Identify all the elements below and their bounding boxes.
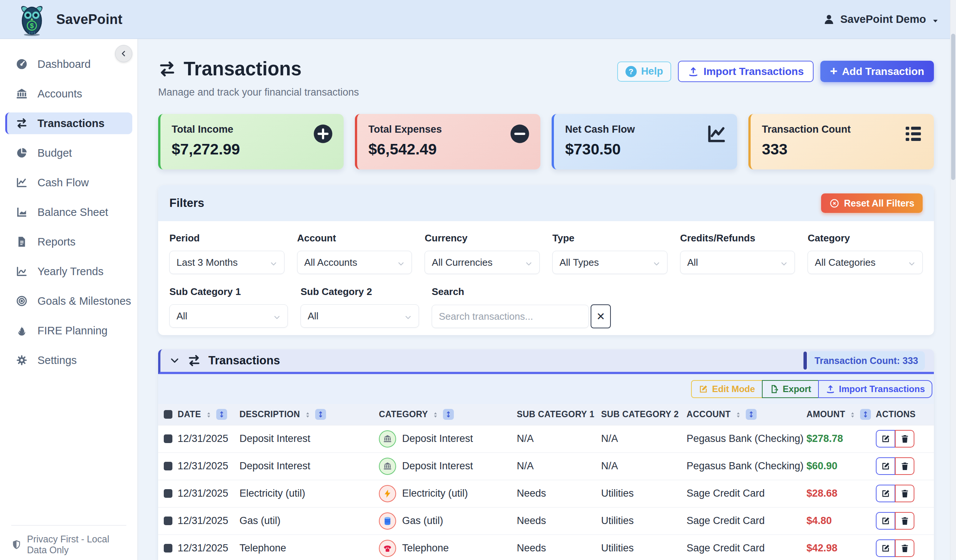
import-transactions-button-table[interactable]: Import Transactions — [818, 380, 932, 398]
delete-row-button[interactable] — [895, 484, 914, 502]
sidebar-item-dashboard[interactable]: Dashboard — [5, 53, 132, 75]
sidebar-item-transactions[interactable]: Transactions — [5, 112, 132, 134]
card-value: $7,272.99 — [171, 140, 332, 158]
cell-date: 12/31/2025 — [178, 480, 239, 507]
select-all-checkbox[interactable] — [164, 410, 172, 419]
edit-row-button[interactable] — [876, 484, 895, 502]
sidebar-item-label: Transactions — [38, 117, 105, 130]
column-header-amount[interactable]: AMOUNT — [807, 404, 876, 425]
account-select[interactable]: All Accounts — [297, 251, 412, 274]
import-transactions-button[interactable]: Import Transactions — [678, 61, 814, 82]
cell-amount: $4.80 — [807, 507, 876, 535]
card-label: Transaction Count — [762, 124, 923, 135]
sidebar-item-fire-planning[interactable]: FIRE Planning — [5, 320, 132, 341]
delete-row-button[interactable] — [895, 540, 914, 557]
delete-row-button[interactable] — [895, 457, 914, 475]
sub-category-1-select[interactable]: All — [170, 304, 288, 327]
column-header-description[interactable]: DESCRIPTION — [239, 404, 379, 425]
sidebar-item-accounts[interactable]: Accounts — [5, 83, 132, 105]
row-checkbox[interactable] — [164, 544, 172, 552]
column-filter-icon[interactable] — [315, 409, 326, 420]
cell-account: Sage Credit Card — [687, 480, 807, 507]
cell-sub-category-1: Needs — [517, 480, 601, 507]
edit-icon — [698, 384, 708, 394]
currency-select[interactable]: All Currencies — [425, 251, 540, 274]
sort-icon[interactable] — [304, 411, 311, 418]
column-filter-icon[interactable] — [746, 409, 756, 420]
bank-building-icon — [379, 458, 396, 475]
edit-row-button[interactable] — [876, 430, 895, 448]
reset-all-filters-button[interactable]: Reset All Filters — [821, 193, 923, 213]
user-menu[interactable]: SavePoint Demo — [823, 13, 940, 25]
owl-logo-icon: $ — [16, 3, 47, 36]
clear-search-button[interactable]: ✕ — [591, 304, 611, 328]
sidebar-item-budget[interactable]: Budget — [5, 142, 132, 164]
cell-actions — [876, 452, 934, 480]
caret-down-icon — [931, 16, 940, 24]
add-transaction-button[interactable]: + Add Transaction — [820, 61, 934, 82]
sidebar-item-label: Cash Flow — [38, 176, 89, 189]
chevron-down-icon[interactable] — [170, 356, 180, 366]
column-filter-icon[interactable] — [860, 409, 871, 420]
sidebar-item-yearly-trends[interactable]: Yearly Trends — [5, 261, 132, 282]
column-filter-icon[interactable] — [216, 409, 227, 420]
cell-amount: $42.98 — [807, 535, 876, 560]
type-select[interactable]: All Types — [552, 251, 667, 274]
sidebar-item-reports[interactable]: Reports — [5, 231, 132, 253]
cell-actions — [876, 425, 934, 452]
search-input[interactable] — [432, 305, 589, 328]
sidebar-item-label: Budget — [38, 147, 72, 159]
filter-field: CategoryAll Categories — [808, 233, 923, 274]
scrollbar-thumb[interactable] — [951, 34, 955, 180]
export-button[interactable]: Export — [762, 380, 819, 398]
column-header-category[interactable]: CATEGORY — [379, 404, 517, 425]
target-icon — [16, 295, 28, 307]
cell-account: Sage Credit Card — [687, 535, 807, 560]
sidebar-item-balance-sheet[interactable]: Balance Sheet — [5, 201, 132, 223]
sidebar: DashboardAccountsTransactionsBudgetCash … — [0, 39, 138, 560]
cell-description: Telephone — [239, 535, 379, 560]
summary-cards: Total Income$7,272.99Total Expenses$6,54… — [158, 114, 934, 170]
sidebar-item-settings[interactable]: Settings — [5, 349, 132, 371]
category-select[interactable]: All Categories — [808, 251, 923, 274]
sidebar-item-label: Yearly Trends — [38, 265, 104, 278]
question-icon: ? — [626, 66, 637, 77]
sidebar-collapse-button[interactable] — [115, 45, 132, 62]
edit-row-button[interactable] — [876, 512, 895, 530]
transfer-arrows-icon — [187, 354, 201, 367]
sidebar-item-goals-milestones[interactable]: Goals & Milestones — [5, 290, 132, 312]
cell-sub-category-1: Needs — [517, 535, 601, 560]
row-checkbox[interactable] — [164, 462, 172, 470]
filters-title: Filters — [170, 197, 204, 210]
line-chart-icon — [16, 176, 28, 189]
sort-icon[interactable] — [849, 411, 856, 418]
transaction-count-badge: Transaction Count: 333 — [803, 351, 925, 370]
transfer-arrows-icon — [16, 117, 28, 129]
sort-icon[interactable] — [205, 411, 212, 418]
sidebar-item-label: Balance Sheet — [38, 206, 108, 219]
vertical-scrollbar[interactable] — [950, 0, 956, 560]
credits-refunds-select[interactable]: All — [680, 251, 795, 274]
sort-icon[interactable] — [734, 411, 742, 418]
table-row: 12/31/2025Deposit InterestDeposit Intere… — [158, 452, 934, 480]
sub-category-2-select[interactable]: All — [300, 304, 419, 327]
user-name: SavePoint Demo — [840, 13, 926, 25]
period-select[interactable]: Last 3 Months — [170, 251, 285, 274]
help-button[interactable]: ? Help — [617, 61, 671, 82]
edit-mode-button[interactable]: Edit Mode — [691, 380, 763, 398]
privacy-note-text: Privacy First - Local Data Only — [27, 534, 126, 555]
edit-row-button[interactable] — [876, 540, 895, 557]
row-checkbox[interactable] — [164, 516, 172, 525]
cell-description: Gas (util) — [239, 507, 379, 535]
row-checkbox[interactable] — [164, 489, 172, 498]
delete-row-button[interactable] — [895, 512, 914, 530]
delete-row-button[interactable] — [895, 430, 914, 448]
column-header-date[interactable]: DATE — [178, 404, 239, 425]
edit-row-button[interactable] — [876, 457, 895, 475]
column-header-account[interactable]: ACCOUNT — [687, 404, 807, 425]
transactions-panel: Transactions Transaction Count: 333 Edit… — [158, 349, 934, 560]
sidebar-item-cash-flow[interactable]: Cash Flow — [5, 171, 132, 193]
row-checkbox[interactable] — [164, 434, 172, 443]
sort-icon[interactable] — [432, 411, 439, 418]
column-filter-icon[interactable] — [443, 409, 454, 420]
